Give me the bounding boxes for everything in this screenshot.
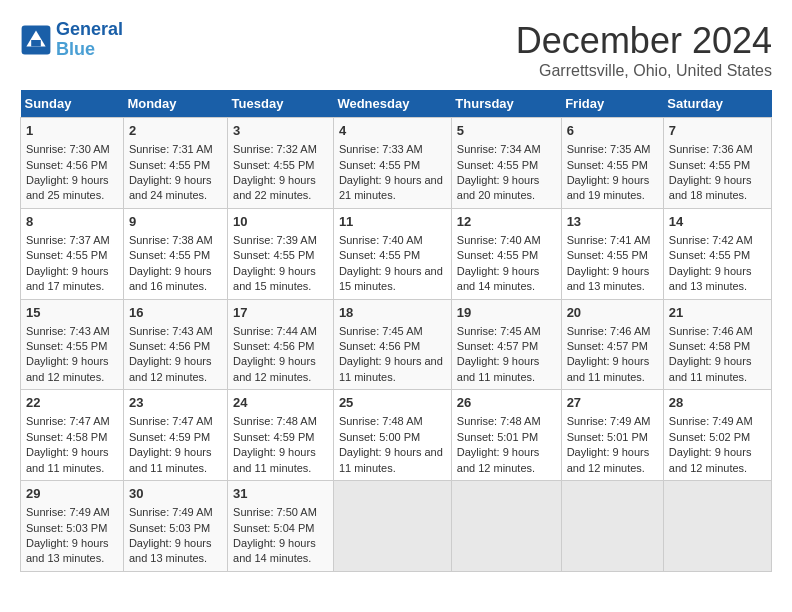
- calendar-week-5: 29Sunrise: 7:49 AMSunset: 5:03 PMDayligh…: [21, 481, 772, 572]
- daylight-text: Daylight: 9 hours and 21 minutes.: [339, 174, 443, 201]
- sunrise-text: Sunrise: 7:44 AM: [233, 325, 317, 337]
- calendar-cell: 7Sunrise: 7:36 AMSunset: 4:55 PMDaylight…: [663, 118, 771, 209]
- sunset-text: Sunset: 4:55 PM: [457, 249, 538, 261]
- sunrise-text: Sunrise: 7:31 AM: [129, 143, 213, 155]
- sunset-text: Sunset: 4:59 PM: [233, 431, 314, 443]
- daylight-text: Daylight: 9 hours and 20 minutes.: [457, 174, 540, 201]
- sunrise-text: Sunrise: 7:48 AM: [339, 415, 423, 427]
- col-saturday: Saturday: [663, 90, 771, 118]
- day-number: 21: [669, 304, 766, 322]
- day-number: 4: [339, 122, 446, 140]
- calendar-cell: [333, 481, 451, 572]
- daylight-text: Daylight: 9 hours and 14 minutes.: [233, 537, 316, 564]
- calendar-cell: 14Sunrise: 7:42 AMSunset: 4:55 PMDayligh…: [663, 208, 771, 299]
- sunset-text: Sunset: 5:00 PM: [339, 431, 420, 443]
- daylight-text: Daylight: 9 hours and 12 minutes.: [669, 446, 752, 473]
- sunrise-text: Sunrise: 7:34 AM: [457, 143, 541, 155]
- day-number: 10: [233, 213, 328, 231]
- sunset-text: Sunset: 4:56 PM: [26, 159, 107, 171]
- calendar-cell: 5Sunrise: 7:34 AMSunset: 4:55 PMDaylight…: [451, 118, 561, 209]
- day-number: 25: [339, 394, 446, 412]
- daylight-text: Daylight: 9 hours and 22 minutes.: [233, 174, 316, 201]
- sunrise-text: Sunrise: 7:43 AM: [26, 325, 110, 337]
- daylight-text: Daylight: 9 hours and 12 minutes.: [233, 355, 316, 382]
- calendar-cell: 29Sunrise: 7:49 AMSunset: 5:03 PMDayligh…: [21, 481, 124, 572]
- sunrise-text: Sunrise: 7:49 AM: [567, 415, 651, 427]
- sunset-text: Sunset: 4:56 PM: [339, 340, 420, 352]
- daylight-text: Daylight: 9 hours and 11 minutes.: [233, 446, 316, 473]
- sunset-text: Sunset: 5:03 PM: [26, 522, 107, 534]
- sunrise-text: Sunrise: 7:49 AM: [669, 415, 753, 427]
- sunset-text: Sunset: 4:55 PM: [567, 249, 648, 261]
- daylight-text: Daylight: 9 hours and 18 minutes.: [669, 174, 752, 201]
- daylight-text: Daylight: 9 hours and 12 minutes.: [457, 446, 540, 473]
- calendar-cell: 9Sunrise: 7:38 AMSunset: 4:55 PMDaylight…: [123, 208, 227, 299]
- day-number: 7: [669, 122, 766, 140]
- calendar-cell: 1Sunrise: 7:30 AMSunset: 4:56 PMDaylight…: [21, 118, 124, 209]
- sunset-text: Sunset: 4:55 PM: [339, 249, 420, 261]
- day-number: 16: [129, 304, 222, 322]
- day-number: 6: [567, 122, 658, 140]
- day-number: 19: [457, 304, 556, 322]
- daylight-text: Daylight: 9 hours and 13 minutes.: [26, 537, 109, 564]
- calendar-cell: 28Sunrise: 7:49 AMSunset: 5:02 PMDayligh…: [663, 390, 771, 481]
- sunset-text: Sunset: 4:55 PM: [567, 159, 648, 171]
- sunrise-text: Sunrise: 7:48 AM: [457, 415, 541, 427]
- day-number: 14: [669, 213, 766, 231]
- calendar-table: Sunday Monday Tuesday Wednesday Thursday…: [20, 90, 772, 572]
- svg-rect-2: [31, 40, 41, 46]
- day-number: 24: [233, 394, 328, 412]
- day-number: 13: [567, 213, 658, 231]
- day-number: 18: [339, 304, 446, 322]
- daylight-text: Daylight: 9 hours and 13 minutes.: [567, 265, 650, 292]
- logo: General Blue: [20, 20, 123, 60]
- page-subtitle: Garrettsville, Ohio, United States: [516, 62, 772, 80]
- daylight-text: Daylight: 9 hours and 11 minutes.: [457, 355, 540, 382]
- calendar-cell: 2Sunrise: 7:31 AMSunset: 4:55 PMDaylight…: [123, 118, 227, 209]
- sunset-text: Sunset: 4:56 PM: [129, 340, 210, 352]
- daylight-text: Daylight: 9 hours and 12 minutes.: [129, 355, 212, 382]
- daylight-text: Daylight: 9 hours and 14 minutes.: [457, 265, 540, 292]
- sunset-text: Sunset: 4:55 PM: [233, 249, 314, 261]
- sunrise-text: Sunrise: 7:47 AM: [129, 415, 213, 427]
- col-tuesday: Tuesday: [228, 90, 334, 118]
- daylight-text: Daylight: 9 hours and 11 minutes.: [339, 355, 443, 382]
- sunset-text: Sunset: 5:01 PM: [457, 431, 538, 443]
- sunrise-text: Sunrise: 7:49 AM: [26, 506, 110, 518]
- sunrise-text: Sunrise: 7:33 AM: [339, 143, 423, 155]
- sunrise-text: Sunrise: 7:38 AM: [129, 234, 213, 246]
- sunrise-text: Sunrise: 7:42 AM: [669, 234, 753, 246]
- calendar-cell: 12Sunrise: 7:40 AMSunset: 4:55 PMDayligh…: [451, 208, 561, 299]
- calendar-week-1: 1Sunrise: 7:30 AMSunset: 4:56 PMDaylight…: [21, 118, 772, 209]
- col-wednesday: Wednesday: [333, 90, 451, 118]
- day-number: 5: [457, 122, 556, 140]
- day-number: 3: [233, 122, 328, 140]
- calendar-cell: 11Sunrise: 7:40 AMSunset: 4:55 PMDayligh…: [333, 208, 451, 299]
- calendar-cell: 20Sunrise: 7:46 AMSunset: 4:57 PMDayligh…: [561, 299, 663, 390]
- calendar-cell: 8Sunrise: 7:37 AMSunset: 4:55 PMDaylight…: [21, 208, 124, 299]
- calendar-cell: 18Sunrise: 7:45 AMSunset: 4:56 PMDayligh…: [333, 299, 451, 390]
- sunset-text: Sunset: 4:57 PM: [567, 340, 648, 352]
- sunset-text: Sunset: 5:04 PM: [233, 522, 314, 534]
- calendar-cell: [561, 481, 663, 572]
- calendar-cell: 6Sunrise: 7:35 AMSunset: 4:55 PMDaylight…: [561, 118, 663, 209]
- page-title: December 2024: [516, 20, 772, 62]
- calendar-cell: 27Sunrise: 7:49 AMSunset: 5:01 PMDayligh…: [561, 390, 663, 481]
- calendar-cell: 4Sunrise: 7:33 AMSunset: 4:55 PMDaylight…: [333, 118, 451, 209]
- daylight-text: Daylight: 9 hours and 11 minutes.: [129, 446, 212, 473]
- calendar-cell: 23Sunrise: 7:47 AMSunset: 4:59 PMDayligh…: [123, 390, 227, 481]
- day-number: 12: [457, 213, 556, 231]
- sunrise-text: Sunrise: 7:43 AM: [129, 325, 213, 337]
- sunrise-text: Sunrise: 7:40 AM: [457, 234, 541, 246]
- sunset-text: Sunset: 4:55 PM: [129, 249, 210, 261]
- sunset-text: Sunset: 4:58 PM: [669, 340, 750, 352]
- daylight-text: Daylight: 9 hours and 11 minutes.: [26, 446, 109, 473]
- sunrise-text: Sunrise: 7:46 AM: [669, 325, 753, 337]
- sunrise-text: Sunrise: 7:37 AM: [26, 234, 110, 246]
- sunrise-text: Sunrise: 7:36 AM: [669, 143, 753, 155]
- day-number: 29: [26, 485, 118, 503]
- calendar-cell: 22Sunrise: 7:47 AMSunset: 4:58 PMDayligh…: [21, 390, 124, 481]
- sunrise-text: Sunrise: 7:45 AM: [457, 325, 541, 337]
- day-number: 22: [26, 394, 118, 412]
- day-number: 1: [26, 122, 118, 140]
